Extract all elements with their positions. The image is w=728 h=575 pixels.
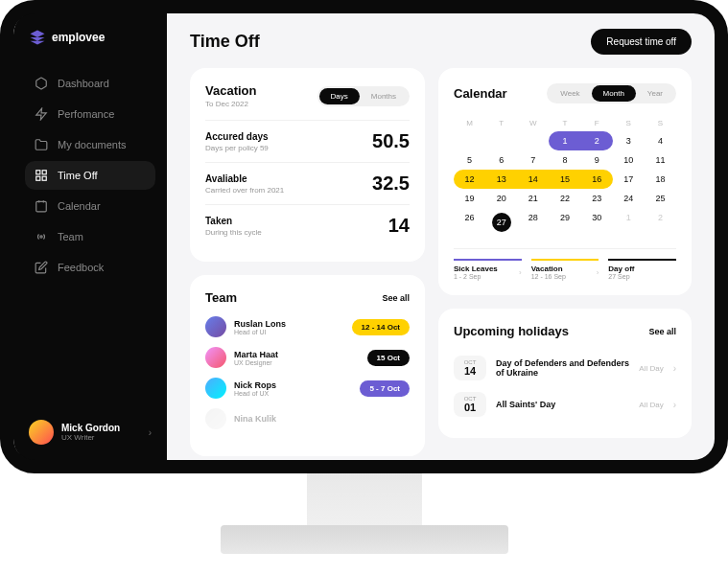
holiday-row[interactable]: OCT 01 All Saints' Day All Day › bbox=[454, 386, 676, 423]
cal-day[interactable]: 21 bbox=[517, 189, 549, 208]
chevron-right-icon: › bbox=[673, 400, 676, 410]
cal-day[interactable]: 19 bbox=[454, 189, 485, 208]
date-badge: 12 - 14 Oct bbox=[352, 319, 410, 335]
holiday-row[interactable]: OCT 14 Day of Defenders and Defenders of… bbox=[454, 350, 676, 386]
cal-day[interactable]: 15 bbox=[549, 170, 580, 189]
avatar bbox=[205, 316, 226, 337]
cal-day[interactable]: 13 bbox=[485, 170, 517, 189]
cal-day[interactable]: 24 bbox=[613, 189, 645, 208]
broadcast-icon bbox=[35, 230, 48, 243]
cal-day[interactable]: 27 bbox=[485, 208, 517, 237]
cal-day[interactable]: 28 bbox=[517, 208, 549, 237]
cal-day[interactable]: 17 bbox=[613, 170, 645, 189]
page-title: Time Off bbox=[190, 32, 260, 52]
nav-performance[interactable]: Perfomance bbox=[25, 100, 155, 128]
cal-day[interactable]: 14 bbox=[517, 170, 549, 189]
cal-day[interactable]: 7 bbox=[517, 150, 549, 170]
holidays-title: Upcoming holidays bbox=[454, 324, 569, 338]
legend-dayoff[interactable]: Day off 27 Sep bbox=[608, 259, 676, 280]
legend-vacation[interactable]: Vacation 12 - 16 Sep › bbox=[531, 259, 599, 280]
chevron-right-icon: › bbox=[597, 268, 599, 277]
cal-day[interactable]: 3 bbox=[613, 131, 645, 150]
cal-day[interactable]: 2 bbox=[581, 131, 613, 150]
stat-taken: Taken During this cycle 14 bbox=[205, 204, 410, 246]
cal-day[interactable]: 25 bbox=[645, 189, 676, 208]
cal-day[interactable]: 1 bbox=[613, 208, 645, 237]
avatar bbox=[205, 347, 226, 368]
avatar bbox=[29, 420, 54, 445]
holidays-see-all[interactable]: See all bbox=[648, 327, 676, 336]
logo[interactable]: emplovee bbox=[25, 29, 155, 46]
nav-dashboard[interactable]: Dashboard bbox=[25, 69, 155, 98]
nav-label: Perfomance bbox=[58, 108, 114, 120]
cal-day[interactable]: 26 bbox=[454, 208, 485, 237]
cal-day[interactable]: 11 bbox=[645, 150, 676, 170]
nav-label: My documents bbox=[58, 139, 127, 150]
cal-day[interactable]: 12 bbox=[454, 170, 485, 189]
nav-label: Dashboard bbox=[58, 78, 109, 89]
vacation-subtitle: To Dec 2022 bbox=[205, 100, 256, 108]
cal-day[interactable] bbox=[485, 131, 517, 150]
tab-days[interactable]: Days bbox=[319, 88, 360, 104]
nav-feedback[interactable]: Feedbock bbox=[25, 253, 155, 282]
legend-sick[interactable]: Sick Leaves 1 - 2 Sep › bbox=[454, 259, 522, 280]
svg-rect-2 bbox=[42, 176, 46, 180]
request-timeoff-button[interactable]: Request time off bbox=[591, 29, 692, 55]
cal-day[interactable]: 4 bbox=[645, 131, 676, 150]
nav-timeoff[interactable]: Time Off bbox=[25, 161, 155, 190]
svg-rect-3 bbox=[36, 176, 40, 180]
date-chip: OCT 01 bbox=[454, 392, 486, 417]
cal-day[interactable]: 16 bbox=[581, 170, 613, 189]
cal-day[interactable]: 2 bbox=[645, 208, 676, 237]
vacation-tabs: Days Months bbox=[317, 86, 410, 106]
cal-day[interactable]: 5 bbox=[454, 150, 485, 170]
nav-documents[interactable]: My documents bbox=[25, 130, 155, 159]
svg-rect-0 bbox=[36, 171, 40, 174]
cal-day[interactable]: 23 bbox=[581, 189, 613, 208]
team-member[interactable]: Nina Kulik bbox=[205, 408, 410, 429]
team-member[interactable]: Marta HaatUX Designer 15 Oct bbox=[205, 347, 410, 368]
nav-label: Team bbox=[58, 231, 83, 242]
calendar-grid: M T W T F S S 1 2 3 4 5 bbox=[454, 115, 676, 237]
calendar-tabs: Week Month Year bbox=[547, 83, 676, 104]
cal-day[interactable] bbox=[454, 131, 485, 150]
team-title: Team bbox=[205, 290, 237, 305]
bar-icon bbox=[454, 259, 522, 261]
user-name: Mick Gordon bbox=[61, 423, 141, 433]
team-see-all[interactable]: See all bbox=[382, 293, 410, 303]
cal-day[interactable]: 18 bbox=[645, 170, 676, 189]
cal-day[interactable]: 10 bbox=[613, 150, 645, 170]
cal-day[interactable]: 30 bbox=[581, 208, 613, 237]
tab-week[interactable]: Week bbox=[549, 85, 591, 102]
nav-team[interactable]: Team bbox=[25, 222, 155, 251]
user-menu[interactable]: Mick Gordon UX Writer › bbox=[25, 414, 155, 450]
nav-label: Calendar bbox=[58, 200, 101, 212]
cal-day[interactable]: 9 bbox=[581, 150, 613, 170]
calendar-legend: Sick Leaves 1 - 2 Sep › Vacation 12 - 16… bbox=[454, 248, 676, 280]
nav-calendar[interactable]: Calendar bbox=[25, 192, 155, 220]
bar-icon bbox=[531, 259, 599, 261]
user-info: Mick Gordon UX Writer bbox=[61, 423, 141, 442]
calendar-title: Calendar bbox=[454, 86, 507, 101]
team-member[interactable]: Ruslan LonsHead of UI 12 - 14 Oct bbox=[205, 316, 410, 337]
svg-rect-4 bbox=[36, 201, 47, 212]
tab-year[interactable]: Year bbox=[636, 85, 674, 102]
team-member[interactable]: Nick RopsHead of UX 5 - 7 Oct bbox=[205, 378, 410, 399]
cal-day[interactable]: 20 bbox=[485, 189, 517, 208]
tab-months[interactable]: Months bbox=[360, 88, 408, 104]
edit-icon bbox=[35, 261, 48, 274]
nav-label: Time Off bbox=[58, 170, 98, 181]
cal-day[interactable]: 8 bbox=[549, 150, 580, 170]
cal-day[interactable]: 1 bbox=[549, 131, 580, 150]
tab-month[interactable]: Month bbox=[592, 85, 636, 102]
cal-day[interactable]: 22 bbox=[549, 189, 580, 208]
bar-icon bbox=[608, 259, 676, 261]
svg-point-7 bbox=[40, 236, 42, 238]
nav: Dashboard Perfomance My documents Time O… bbox=[25, 69, 155, 414]
cube-icon bbox=[35, 77, 48, 90]
cal-day[interactable] bbox=[517, 131, 549, 150]
brand-name: emplovee bbox=[52, 31, 105, 44]
cal-day[interactable]: 29 bbox=[549, 208, 580, 237]
cal-day[interactable]: 6 bbox=[485, 150, 517, 170]
avatar bbox=[205, 378, 226, 399]
